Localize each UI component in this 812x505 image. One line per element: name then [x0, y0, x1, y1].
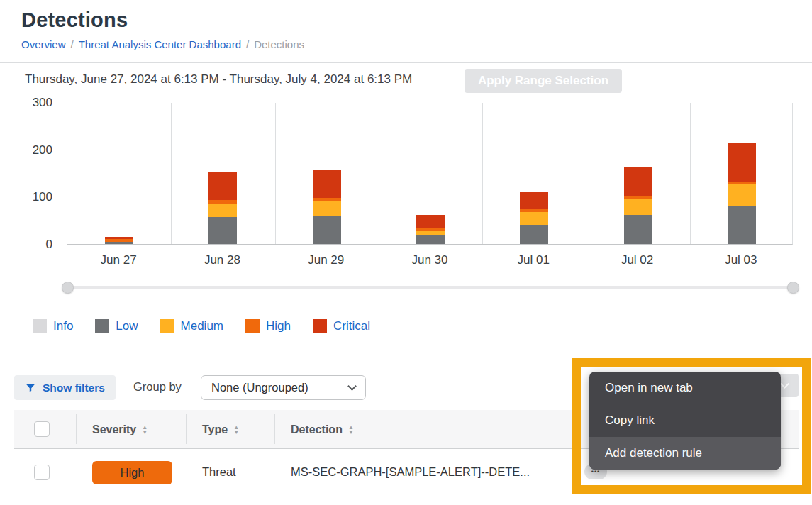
detections-stacked-bar-chart: [67, 103, 793, 245]
column-header-severity[interactable]: Severity: [92, 410, 148, 449]
bar-jun-30[interactable]: [416, 215, 445, 244]
breadcrumb-separator: /: [71, 38, 74, 50]
detections-page: Detections Overview/Threat Analysis Cent…: [0, 0, 812, 505]
severity-badge: High: [92, 461, 172, 484]
chevron-down-icon: [347, 382, 357, 391]
bar-segment-critical: [624, 167, 652, 196]
gridline: [275, 103, 276, 244]
column-separator: [186, 414, 187, 444]
show-filters-label: Show filters: [43, 382, 105, 394]
x-tick-label: Jun 28: [170, 253, 274, 267]
bar-jun-27[interactable]: [105, 237, 133, 244]
date-range-text: Thursday, June 27, 2024 at 6:13 PM - Thu…: [25, 72, 412, 87]
legend-label: High: [266, 319, 291, 333]
x-tick-label: Jul 03: [689, 253, 793, 267]
menu-item-open-in-new-tab[interactable]: Open in new tab: [589, 372, 781, 404]
x-tick-label: Jul 01: [482, 253, 585, 267]
breadcrumb-item[interactable]: Overview: [21, 38, 66, 50]
bar-segment-critical: [208, 172, 237, 200]
legend-label: Info: [53, 319, 73, 333]
y-tick-label: 200: [3, 143, 52, 157]
gridline: [690, 103, 691, 244]
gridline: [482, 103, 483, 244]
breadcrumb: Overview/Threat Analysis Center Dashboar…: [21, 38, 304, 50]
bar-segment-low: [728, 206, 756, 244]
bar-segment-low: [520, 225, 548, 244]
chevron-down-icon: [780, 379, 789, 389]
group-by-label: Group by: [133, 380, 182, 394]
filter-funnel-icon: [25, 382, 36, 394]
range-slider-track[interactable]: [67, 286, 794, 289]
select-all-checkbox[interactable]: [34, 421, 50, 437]
range-slider-handle-right[interactable]: [787, 282, 799, 294]
column-separator: [274, 414, 275, 444]
row-detection-cell: MS-SEC-GRAPH-[SAMPLE-ALERT]--DETE...: [291, 465, 530, 479]
sort-icon[interactable]: [233, 425, 239, 435]
bar-jul-03[interactable]: [728, 143, 756, 244]
y-tick-label: 300: [3, 96, 52, 110]
sort-icon[interactable]: [142, 425, 148, 435]
breadcrumb-item[interactable]: Threat Analysis Center Dashboard: [79, 38, 241, 50]
x-tick-label: Jul 02: [585, 253, 689, 267]
legend-item-medium[interactable]: Medium: [160, 319, 223, 333]
menu-item-copy-link[interactable]: Copy link: [589, 404, 781, 437]
apply-range-selection-button[interactable]: Apply Range Selection: [465, 69, 622, 93]
bar-segment-critical: [520, 192, 548, 209]
y-tick-label: 0: [3, 238, 52, 252]
bar-jun-29[interactable]: [313, 170, 341, 244]
legend-label: Medium: [181, 319, 223, 333]
x-tick-label: Jun 29: [274, 253, 378, 267]
column-header-detection[interactable]: Detection: [291, 410, 354, 449]
bar-segment-medium: [313, 201, 341, 216]
gridline: [586, 103, 586, 244]
bar-segment-low: [208, 217, 237, 244]
legend-item-high[interactable]: High: [245, 319, 291, 333]
legend-swatch: [313, 319, 327, 333]
legend-swatch: [245, 319, 260, 333]
bar-segment-medium: [624, 199, 652, 215]
range-slider-handle-left[interactable]: [62, 282, 74, 294]
bar-segment-critical: [416, 215, 445, 228]
legend-swatch: [33, 319, 47, 333]
chart-legend: InfoLowMediumHighCritical: [33, 319, 370, 333]
column-separator: [76, 414, 77, 444]
page-title: Detections: [21, 9, 128, 32]
bar-segment-medium: [520, 212, 548, 225]
bar-segment-critical: [313, 170, 341, 199]
legend-swatch: [160, 319, 174, 333]
legend-item-critical[interactable]: Critical: [313, 319, 370, 333]
group-by-selected-value: None (Ungrouped): [211, 381, 308, 394]
x-tick-label: Jun 30: [378, 253, 482, 267]
legend-item-low[interactable]: Low: [95, 319, 138, 333]
gridline: [379, 103, 379, 244]
bar-jul-01[interactable]: [520, 192, 548, 244]
gridline: [171, 103, 172, 244]
y-tick-label: 100: [3, 190, 52, 204]
bar-jul-02[interactable]: [624, 167, 652, 244]
bar-segment-medium: [208, 204, 237, 217]
sort-icon[interactable]: [348, 425, 354, 435]
bar-jun-28[interactable]: [208, 172, 237, 244]
legend-swatch: [95, 319, 109, 333]
bar-segment-low: [624, 215, 652, 244]
column-header-type[interactable]: Type: [202, 410, 239, 449]
row-type-cell: Threat: [202, 465, 236, 479]
menu-item-add-detection-rule[interactable]: Add detection rule: [589, 437, 781, 470]
breadcrumb-separator: /: [246, 38, 249, 50]
group-by-select[interactable]: None (Ungrouped): [201, 375, 366, 400]
bar-segment-critical: [728, 143, 756, 182]
row-checkbox[interactable]: [34, 465, 50, 480]
chart-x-axis: Jun 27Jun 28Jun 29Jun 30Jul 01Jul 02Jul …: [67, 253, 793, 269]
breadcrumb-item: Detections: [254, 38, 304, 50]
legend-label: Low: [116, 319, 138, 333]
legend-label: Critical: [333, 319, 370, 333]
row-context-menu: Open in new tabCopy linkAdd detection ru…: [589, 372, 781, 470]
legend-item-info[interactable]: Info: [33, 319, 73, 333]
header-divider: [0, 62, 812, 63]
bar-segment-low: [105, 242, 133, 244]
bar-segment-medium: [728, 184, 756, 206]
show-filters-button[interactable]: Show filters: [14, 375, 116, 400]
x-tick-label: Jun 27: [67, 253, 170, 267]
bar-segment-low: [313, 216, 341, 244]
bar-segment-low: [416, 235, 445, 244]
